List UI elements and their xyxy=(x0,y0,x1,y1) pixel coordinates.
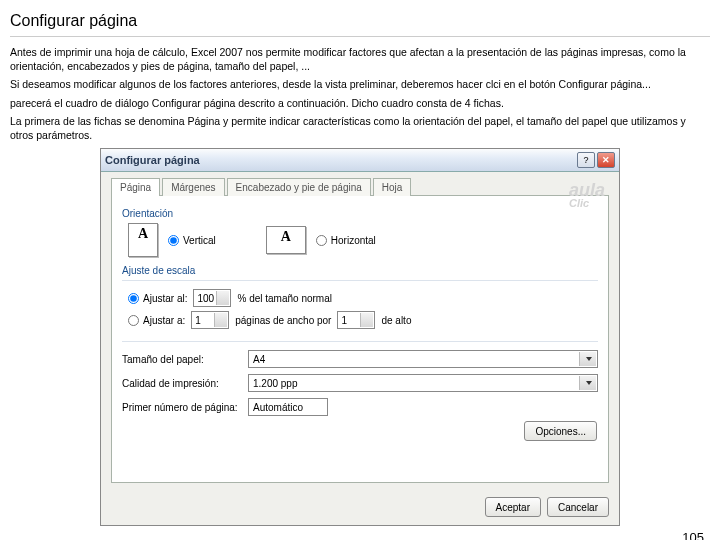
chevron-down-icon xyxy=(586,357,592,361)
paper-size-label: Tamaño del papel: xyxy=(122,354,240,365)
radio-horizontal-label: Horizontal xyxy=(331,235,376,246)
page-number: 105 xyxy=(10,530,704,540)
radio-horizontal[interactable]: Horizontal xyxy=(316,235,376,246)
radio-adjust-to[interactable]: Ajustar al: xyxy=(128,293,187,304)
radio-vertical-label: Vertical xyxy=(183,235,216,246)
intro-para-2: Si deseamos modificar algunos de los fac… xyxy=(10,77,710,91)
fit-wide-spinner[interactable]: 1 xyxy=(191,311,229,329)
tab-hoja[interactable]: Hoja xyxy=(373,178,412,196)
adjust-percent-suffix: % del tamaño normal xyxy=(237,293,332,304)
tab-pane-pagina: Orientación A Vertical A Horizontal Ajus… xyxy=(111,195,609,483)
radio-adjust-to-input[interactable] xyxy=(128,293,139,304)
ok-button[interactable]: Aceptar xyxy=(485,497,541,517)
dialog-titlebar: Configurar página ? ✕ xyxy=(101,149,619,172)
tab-encabezado[interactable]: Encabezado y pie de página xyxy=(227,178,371,196)
radio-vertical[interactable]: Vertical xyxy=(168,235,216,246)
intro-para-4: La primera de las fichas se denomina Pág… xyxy=(10,114,710,142)
intro-para-1: Antes de imprimir una hoja de cálculo, E… xyxy=(10,45,710,73)
tab-margenes[interactable]: Márgenes xyxy=(162,178,224,196)
fit-tall-spinner[interactable]: 1 xyxy=(337,311,375,329)
first-page-input[interactable]: Automático xyxy=(248,398,328,416)
group-orientation-label: Orientación xyxy=(122,208,598,219)
radio-horizontal-input[interactable] xyxy=(316,235,327,246)
paper-size-value: A4 xyxy=(253,354,265,365)
page-setup-dialog: Configurar página ? ✕ aulaClic Página Má… xyxy=(100,148,620,526)
print-quality-combo[interactable]: 1.200 ppp xyxy=(248,374,598,392)
tab-pagina[interactable]: Página xyxy=(111,178,160,196)
group-scaling-label: Ajuste de escala xyxy=(122,265,598,276)
first-page-label: Primer número de página: xyxy=(122,402,240,413)
adjust-percent-spinner[interactable]: 100 xyxy=(193,289,231,307)
fit-wide-label: páginas de ancho por xyxy=(235,315,331,326)
dialog-title: Configurar página xyxy=(105,154,575,166)
cancel-button[interactable]: Cancelar xyxy=(547,497,609,517)
fit-tall-label: de alto xyxy=(381,315,411,326)
landscape-thumb-icon: A xyxy=(266,226,306,254)
print-quality-value: 1.200 ppp xyxy=(253,378,298,389)
radio-fit-to-input[interactable] xyxy=(128,315,139,326)
radio-fit-to[interactable]: Ajustar a: xyxy=(128,315,185,326)
help-button[interactable]: ? xyxy=(577,152,595,168)
intro-para-3: parecerá el cuadro de diálogo Configurar… xyxy=(10,96,710,110)
page-title: Configurar página xyxy=(10,8,710,37)
options-button[interactable]: Opciones... xyxy=(524,421,597,441)
close-button[interactable]: ✕ xyxy=(597,152,615,168)
radio-fit-to-label: Ajustar a: xyxy=(143,315,185,326)
portrait-thumb-icon: A xyxy=(128,223,158,257)
paper-size-combo[interactable]: A4 xyxy=(248,350,598,368)
radio-adjust-to-label: Ajustar al: xyxy=(143,293,187,304)
radio-vertical-input[interactable] xyxy=(168,235,179,246)
print-quality-label: Calidad de impresión: xyxy=(122,378,240,389)
chevron-down-icon xyxy=(586,381,592,385)
tab-strip: Página Márgenes Encabezado y pie de pági… xyxy=(111,178,609,196)
